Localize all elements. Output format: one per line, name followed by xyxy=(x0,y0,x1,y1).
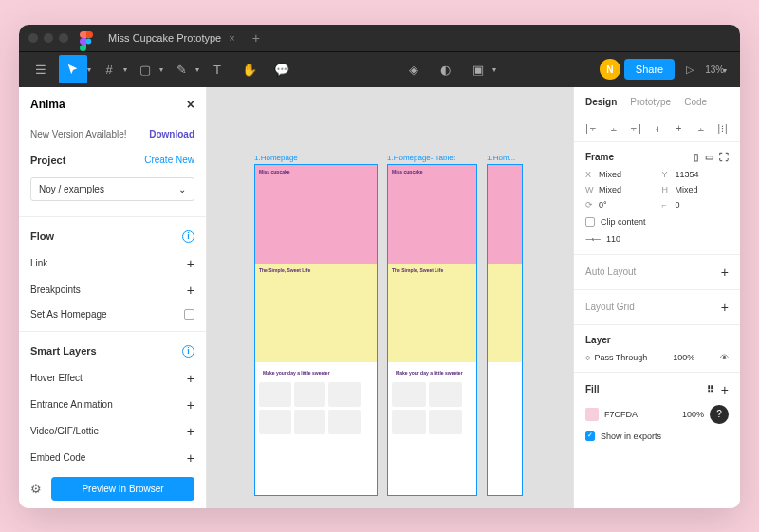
style-icon[interactable]: ⠿ xyxy=(707,384,713,394)
align-left-icon[interactable]: |⫟ xyxy=(585,122,598,136)
checkbox[interactable] xyxy=(184,309,194,320)
blend-icon: ○ xyxy=(585,353,590,362)
align-bottom-icon[interactable]: ⫠ xyxy=(694,122,707,136)
align-vcenter-icon[interactable]: + xyxy=(673,122,685,136)
present-icon[interactable]: ▷ xyxy=(686,64,694,76)
main-area: Anima × New Version Available! Download … xyxy=(19,87,740,508)
frame-label[interactable]: 1.Homepage xyxy=(254,154,378,162)
smart-item: Hover Effect xyxy=(30,373,83,383)
text-tool-icon[interactable]: T xyxy=(203,55,231,83)
fill-opacity[interactable]: 100% xyxy=(682,410,704,419)
add-icon[interactable]: + xyxy=(721,265,729,280)
create-new-link[interactable]: Create New xyxy=(144,155,194,165)
chevron-down-icon[interactable]: ▾ xyxy=(159,65,163,74)
traffic-light-min[interactable] xyxy=(44,33,53,43)
frame-mobile[interactable] xyxy=(487,164,523,496)
traffic-light-close[interactable] xyxy=(28,33,38,43)
constraint-value[interactable]: 110 xyxy=(606,234,620,244)
frame-label[interactable]: 1.Homepage- Tablet xyxy=(387,154,477,162)
tab-design[interactable]: Design xyxy=(585,97,617,107)
tab-code[interactable]: Code xyxy=(684,97,707,107)
traffic-light-max[interactable] xyxy=(59,33,68,43)
boolean-icon[interactable]: ▣ xyxy=(464,55,492,83)
canvas[interactable]: 1.Homepage Miss cupcake The Simple, Swee… xyxy=(207,87,573,508)
eye-icon[interactable]: 👁 xyxy=(720,353,729,362)
resize-fit-icon[interactable]: ⛶ xyxy=(719,152,729,162)
layer-label: Layer xyxy=(585,335,611,345)
mask-icon[interactable]: ◐ xyxy=(432,55,460,83)
chevron-down-icon[interactable]: ▾ xyxy=(492,65,496,74)
anima-panel: Anima × New Version Available! Download … xyxy=(19,87,207,508)
flow-item: Set As Homepage xyxy=(30,309,107,320)
component-icon[interactable]: ◈ xyxy=(399,55,428,83)
share-button[interactable]: Share xyxy=(624,59,675,80)
add-icon[interactable]: + xyxy=(187,450,194,466)
frame-section-label: Frame xyxy=(585,152,614,162)
zoom-level[interactable]: 13% ▾ xyxy=(705,64,727,75)
fill-swatch[interactable] xyxy=(585,408,599,421)
tab-title: Miss Cupcake Prototype xyxy=(108,32,221,44)
add-icon[interactable]: + xyxy=(187,397,194,413)
info-icon[interactable]: i xyxy=(182,230,194,243)
frame-desktop[interactable]: Miss cupcake The Simple, Sweet Life Make… xyxy=(254,164,378,496)
menu-icon[interactable]: ☰ xyxy=(27,55,55,83)
auto-layout-label: Auto Layout xyxy=(585,266,636,277)
clip-checkbox[interactable] xyxy=(585,217,595,227)
w-value[interactable]: Mixed xyxy=(599,185,621,194)
chevron-down-icon[interactable]: ▾ xyxy=(123,65,127,74)
frame-label[interactable]: 1.Hom... xyxy=(487,154,523,162)
radius-value[interactable]: 0 xyxy=(676,200,680,210)
add-icon[interactable]: + xyxy=(187,371,194,386)
y-value[interactable]: 11354 xyxy=(676,170,699,179)
hand-tool-icon[interactable]: ✋ xyxy=(235,55,264,83)
project-label: Project xyxy=(30,155,65,166)
align-right-icon[interactable]: ⫟| xyxy=(629,122,641,136)
portrait-icon[interactable]: ▯ xyxy=(694,152,699,162)
constraint-icon: ⟞⟝ xyxy=(585,234,601,245)
h-value[interactable]: Mixed xyxy=(676,185,698,194)
chevron-down-icon[interactable]: ▾ xyxy=(87,65,91,74)
add-icon[interactable]: + xyxy=(721,382,729,397)
flow-label: Flow xyxy=(30,230,54,242)
chevron-down-icon: ⌄ xyxy=(178,184,186,194)
project-dropdown[interactable]: Noy / examples ⌄ xyxy=(30,177,194,201)
preview-button[interactable]: Preview In Browser xyxy=(51,477,194,501)
version-message: New Version Available! xyxy=(30,129,127,139)
pen-tool-icon[interactable]: ✎ xyxy=(167,55,195,83)
comment-tool-icon[interactable]: 💬 xyxy=(268,55,296,83)
x-value[interactable]: Mixed xyxy=(599,170,621,179)
add-icon[interactable]: + xyxy=(187,424,194,439)
avatar[interactable]: N xyxy=(600,59,620,80)
fill-label: Fill xyxy=(585,384,599,394)
layer-opacity[interactable]: 100% xyxy=(673,353,694,362)
info-icon[interactable]: i xyxy=(182,345,194,358)
frame-tool-icon[interactable]: # xyxy=(95,55,123,83)
align-hcenter-icon[interactable]: ⫠ xyxy=(607,122,620,136)
move-tool-icon[interactable] xyxy=(59,55,87,83)
svg-point-0 xyxy=(85,38,91,44)
frame-tablet[interactable]: Miss cupcake The Simple, Sweet Life Make… xyxy=(387,164,477,496)
download-link[interactable]: Download xyxy=(149,129,194,139)
fill-hex[interactable]: F7CFDA xyxy=(604,410,638,419)
help-icon[interactable]: ? xyxy=(710,405,729,424)
add-tab-icon[interactable]: + xyxy=(252,30,260,46)
distribute-icon[interactable]: |⫶| xyxy=(716,122,729,136)
show-exports-checkbox[interactable] xyxy=(585,431,595,441)
blend-mode[interactable]: Pass Through xyxy=(594,353,647,362)
add-icon[interactable]: + xyxy=(187,283,194,298)
add-icon[interactable]: + xyxy=(187,256,194,271)
shape-tool-icon[interactable]: ▢ xyxy=(131,55,159,83)
close-icon[interactable]: × xyxy=(229,32,234,44)
document-tab[interactable]: Miss Cupcake Prototype × xyxy=(108,32,235,44)
align-top-icon[interactable]: ⫞ xyxy=(651,122,663,136)
gear-icon[interactable]: ⚙ xyxy=(30,482,42,496)
chevron-down-icon[interactable]: ▾ xyxy=(195,65,199,74)
add-icon[interactable]: + xyxy=(721,300,729,315)
close-icon[interactable]: × xyxy=(187,97,194,112)
tab-prototype[interactable]: Prototype xyxy=(630,97,671,107)
rotation-value[interactable]: 0° xyxy=(599,200,607,210)
show-exports-label: Show in exports xyxy=(601,431,661,441)
landscape-icon[interactable]: ▭ xyxy=(705,152,713,162)
panel-title: Anima xyxy=(30,98,65,111)
clip-label: Clip content xyxy=(601,217,646,227)
